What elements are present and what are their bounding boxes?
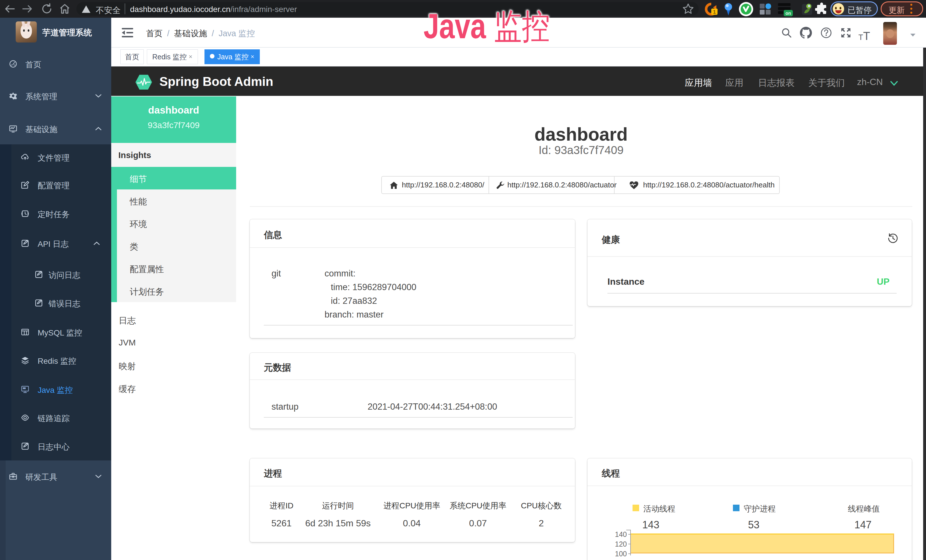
svg-text:1: 1 [713,9,716,15]
svg-text:on: on [785,11,791,16]
